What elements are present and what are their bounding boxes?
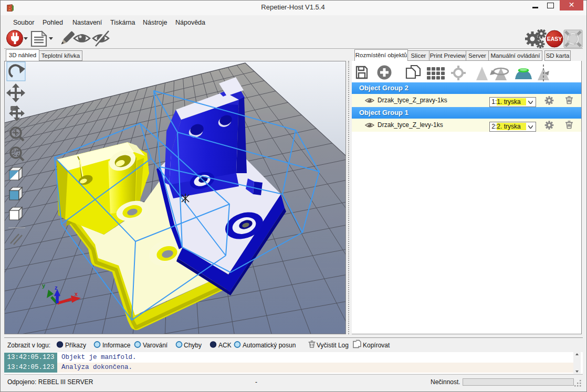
svg-text:EASY: EASY (547, 36, 562, 42)
svg-text:z: z (55, 284, 58, 291)
svg-text:R: R (8, 5, 12, 11)
svg-text:x: x (75, 291, 78, 297)
svg-text:y: y (42, 282, 46, 289)
